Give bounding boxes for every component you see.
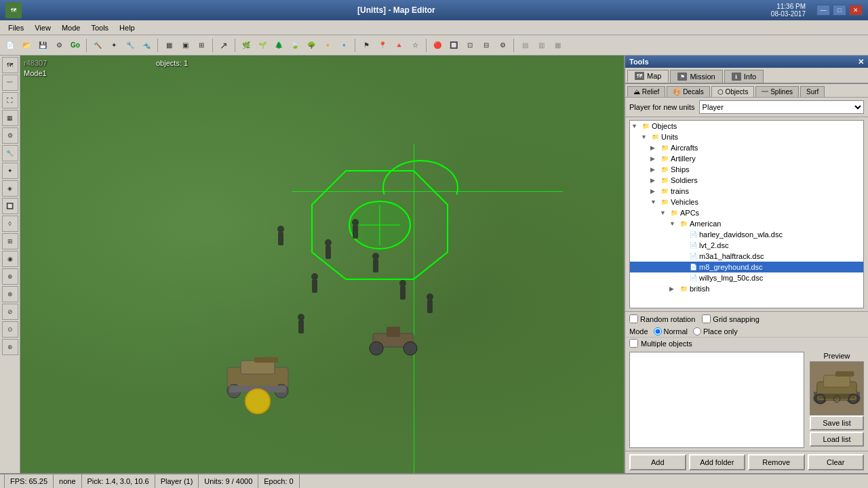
close-button[interactable]: ✕ xyxy=(849,5,863,16)
mode-normal-radio[interactable] xyxy=(654,327,662,336)
subtab-surf[interactable]: Surf xyxy=(800,86,825,97)
tab-mission[interactable]: ⚑ Mission xyxy=(670,70,722,83)
mode-place-radio[interactable] xyxy=(693,327,701,336)
tool17[interactable]: 🌳 xyxy=(304,38,319,53)
save-button[interactable]: 💾 xyxy=(35,38,50,53)
expand-british[interactable]: ▶ xyxy=(669,285,679,292)
expand-vehicles[interactable]: ▼ xyxy=(650,199,660,205)
load-list-button[interactable]: Load list xyxy=(810,432,864,447)
sidebar-btn-2[interactable]: 〰 xyxy=(2,75,18,91)
sidebar-btn-6[interactable]: 🔧 xyxy=(2,145,18,161)
tool11[interactable]: ▣ xyxy=(178,38,193,53)
tool19[interactable]: 🔹 xyxy=(336,38,351,53)
tree-node-vehicles[interactable]: ▼ 📁 Vehicles xyxy=(630,197,863,207)
tree-node-british[interactable]: ▶ 📁 british xyxy=(630,283,863,294)
tool30[interactable]: ▥ xyxy=(534,38,549,53)
tree-node-units[interactable]: ▼ 📁 Units xyxy=(630,131,863,142)
tool24[interactable]: 🔴 xyxy=(430,38,445,53)
tool7[interactable]: ✦ xyxy=(106,38,121,53)
tree-node-m8[interactable]: ▶ 📄 m8_greyhound.dsc xyxy=(630,262,863,272)
minimize-button[interactable]: — xyxy=(816,5,830,16)
expand-units[interactable]: ▼ xyxy=(641,134,650,140)
tool10[interactable]: ▦ xyxy=(161,38,176,53)
menu-files[interactable]: Files xyxy=(3,22,29,33)
tool8[interactable]: 🔧 xyxy=(123,38,138,53)
tool6[interactable]: 🔨 xyxy=(90,38,105,53)
sidebar-btn-5[interactable]: ⚙ xyxy=(2,127,18,144)
sidebar-btn-7[interactable]: ✦ xyxy=(2,163,18,179)
tool9[interactable]: 🔩 xyxy=(139,38,154,53)
tool12[interactable]: ⊞ xyxy=(194,38,209,53)
tool31[interactable]: ▦ xyxy=(550,38,565,53)
tool14[interactable]: 🌱 xyxy=(255,38,270,53)
expand-ships[interactable]: ▶ xyxy=(650,166,660,173)
subtab-decals[interactable]: 🎨 Decals xyxy=(667,86,709,97)
sidebar-btn-3[interactable]: ⛶ xyxy=(2,92,18,108)
tool21[interactable]: 📍 xyxy=(375,38,390,53)
sidebar-btn-4[interactable]: ▦ xyxy=(2,110,18,126)
tool22[interactable]: 🔺 xyxy=(391,38,406,53)
tools-close-icon[interactable]: ✕ xyxy=(858,58,864,66)
sidebar-btn-15[interactable]: ⊘ xyxy=(2,304,18,320)
object-list[interactable] xyxy=(629,352,804,448)
tree-node-trains[interactable]: ▶ 📁 trains xyxy=(630,186,863,197)
expand-apcs[interactable]: ▼ xyxy=(660,209,669,216)
menu-tools[interactable]: Tools xyxy=(85,22,114,33)
remove-button[interactable]: Remove xyxy=(748,454,805,470)
tool15[interactable]: 🌲 xyxy=(271,38,286,53)
sidebar-btn-8[interactable]: ◈ xyxy=(2,180,18,197)
player-select[interactable]: Player xyxy=(699,100,864,114)
menu-help[interactable]: Help xyxy=(114,22,140,33)
sidebar-btn-17[interactable]: ⊛ xyxy=(2,339,18,355)
tree-node-lvt2[interactable]: ▶ 📄 lvt_2.dsc xyxy=(630,240,863,251)
expand-objects[interactable]: ▼ xyxy=(631,123,641,129)
tree-node-soldiers[interactable]: ▶ 📁 Soldiers xyxy=(630,175,863,186)
tree-node-artillery[interactable]: ▶ 📁 Artillery xyxy=(630,153,863,164)
expand-artillery[interactable]: ▶ xyxy=(650,155,660,162)
sidebar-btn-1[interactable]: 🗺 xyxy=(2,57,18,73)
tool5[interactable]: Go xyxy=(68,38,83,53)
sidebar-btn-9[interactable]: 🔲 xyxy=(2,198,18,214)
tool28[interactable]: ⚙ xyxy=(495,38,510,53)
subtab-splines[interactable]: 〰 Splines xyxy=(755,86,799,97)
multiple-objects-checkbox[interactable] xyxy=(629,339,638,348)
expand-american[interactable]: ▼ xyxy=(669,220,679,227)
grid-snapping-checkbox[interactable] xyxy=(702,314,711,323)
expand-soldiers[interactable]: ▶ xyxy=(650,177,660,184)
random-rotation-checkbox[interactable] xyxy=(629,314,638,323)
new-button[interactable]: 📄 xyxy=(3,38,18,53)
sidebar-btn-12[interactable]: ◉ xyxy=(2,251,18,267)
tree-node-apcs[interactable]: ▼ 📁 APCs xyxy=(630,207,863,218)
tree-node-harley[interactable]: ▶ 📄 harley_davidson_wla.dsc xyxy=(630,229,863,240)
clear-button[interactable]: Clear xyxy=(808,454,865,470)
tool16[interactable]: 🍃 xyxy=(288,38,302,53)
sidebar-btn-16[interactable]: ⊙ xyxy=(2,321,18,338)
open-button[interactable]: 📂 xyxy=(19,38,34,53)
expand-trains[interactable]: ▶ xyxy=(650,188,660,195)
tool27[interactable]: ⊟ xyxy=(479,38,494,53)
menu-view[interactable]: View xyxy=(29,22,56,33)
tool29[interactable]: ▤ xyxy=(517,38,532,53)
save-list-button[interactable]: Save list xyxy=(810,415,864,430)
tree-node-american[interactable]: ▼ 📁 American xyxy=(630,218,863,229)
tree-node-m3a1[interactable]: ▶ 📄 m3a1_halftrack.dsc xyxy=(630,251,863,262)
tool4[interactable]: ⚙ xyxy=(52,38,66,53)
tool13[interactable]: 🌿 xyxy=(239,38,254,53)
tree-view[interactable]: ▼ 📁 Objects ▼ 📁 Units ▶ 📁 Aircrafts ▶ 📁 … xyxy=(629,120,864,308)
tree-node-willys[interactable]: ▶ 📄 willys_lmg_50c.dsc xyxy=(630,272,863,283)
tree-node-objects[interactable]: ▼ 📁 Objects xyxy=(630,121,863,131)
tab-info[interactable]: ℹ Info xyxy=(724,70,764,83)
map-canvas[interactable]: r48307 objects: 1 Mode1 xyxy=(20,56,624,473)
select-tool[interactable]: ↗ xyxy=(216,38,231,53)
tree-node-aircrafts[interactable]: ▶ 📁 Aircrafts xyxy=(630,142,863,153)
tool20[interactable]: ⚑ xyxy=(359,38,374,53)
add-button[interactable]: Add xyxy=(629,454,686,470)
tool23[interactable]: ☆ xyxy=(408,38,422,53)
tool25[interactable]: 🔲 xyxy=(446,38,461,53)
sidebar-btn-13[interactable]: ⊕ xyxy=(2,268,18,285)
tree-node-ships[interactable]: ▶ 📁 Ships xyxy=(630,164,863,175)
subtab-relief[interactable]: ⛰ Relief xyxy=(627,86,665,97)
expand-aircrafts[interactable]: ▶ xyxy=(650,144,660,151)
sidebar-btn-14[interactable]: ⊗ xyxy=(2,286,18,302)
sidebar-btn-10[interactable]: ◊ xyxy=(2,216,18,232)
